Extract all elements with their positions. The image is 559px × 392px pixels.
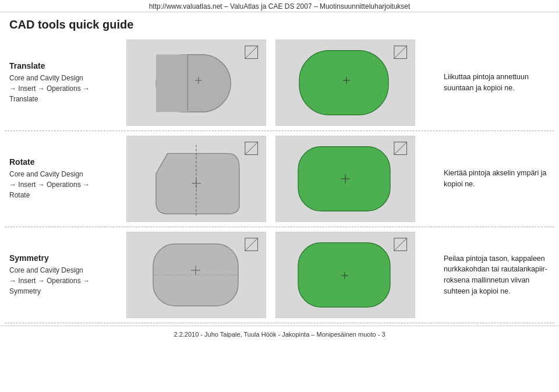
section-rotate-nav: Core and Cavity Design → Insert → Operat… xyxy=(9,169,99,200)
section-symmetry-title: Symmetry xyxy=(9,253,99,263)
rotate-image-before xyxy=(126,136,266,222)
section-rotate-left: Rotate Core and Cavity Design → Insert →… xyxy=(5,157,104,200)
main-content: Translate Core and Cavity Design → Inser… xyxy=(0,35,559,323)
section-rotate-images xyxy=(104,136,438,222)
section-rotate-desc: Kiertää pintoja akselin ympäri ja kopioi… xyxy=(438,168,554,190)
section-symmetry: Symmetry Core and Cavity Design → Insert… xyxy=(5,227,554,323)
section-translate-title: Translate xyxy=(9,61,99,70)
translate-svg-before xyxy=(127,40,266,125)
footer-text: 2.2.2010 - Juho Taipale, Tuula Höök - Ja… xyxy=(174,331,385,338)
section-translate-images xyxy=(104,40,438,126)
page-header: http://www.valuatlas.net – ValuAtlas ja … xyxy=(0,0,559,12)
symmetry-svg-before xyxy=(127,232,266,317)
section-symmetry-left: Symmetry Core and Cavity Design → Insert… xyxy=(5,253,104,296)
header-url: http://www.valuatlas.net – ValuAtlas ja … xyxy=(149,2,411,10)
page-footer: 2.2.2010 - Juho Taipale, Tuula Höök - Ja… xyxy=(0,326,559,340)
translate-svg-after xyxy=(276,40,415,125)
svg-rect-2 xyxy=(156,55,187,112)
svg-rect-9 xyxy=(299,51,388,115)
section-symmetry-images xyxy=(104,232,438,318)
rotate-svg-after xyxy=(276,136,415,221)
symmetry-svg-after xyxy=(276,232,415,317)
rotate-image-after xyxy=(275,136,415,222)
page-title: CAD tools quick guide xyxy=(0,12,559,35)
translate-image-before xyxy=(126,40,266,126)
symmetry-image-after xyxy=(275,232,415,318)
section-translate-nav: Core and Cavity Design → Insert → Operat… xyxy=(9,73,99,104)
rotate-svg-before xyxy=(127,136,266,221)
translate-image-after xyxy=(275,40,415,126)
section-symmetry-nav: Core and Cavity Design → Insert → Operat… xyxy=(9,265,99,296)
section-rotate-title: Rotate xyxy=(9,157,99,167)
section-translate-left: Translate Core and Cavity Design → Inser… xyxy=(5,61,104,104)
section-translate-desc: Liikuttaa pintoja annettuun suuntaan ja … xyxy=(438,72,554,94)
section-symmetry-desc: Peilaa pintoja tason, kappaleen nurkkako… xyxy=(438,253,554,297)
svg-rect-34 xyxy=(298,243,390,307)
symmetry-image-before xyxy=(126,232,266,318)
section-translate: Translate Core and Cavity Design → Inser… xyxy=(5,35,554,131)
section-rotate: Rotate Core and Cavity Design → Insert →… xyxy=(5,131,554,227)
